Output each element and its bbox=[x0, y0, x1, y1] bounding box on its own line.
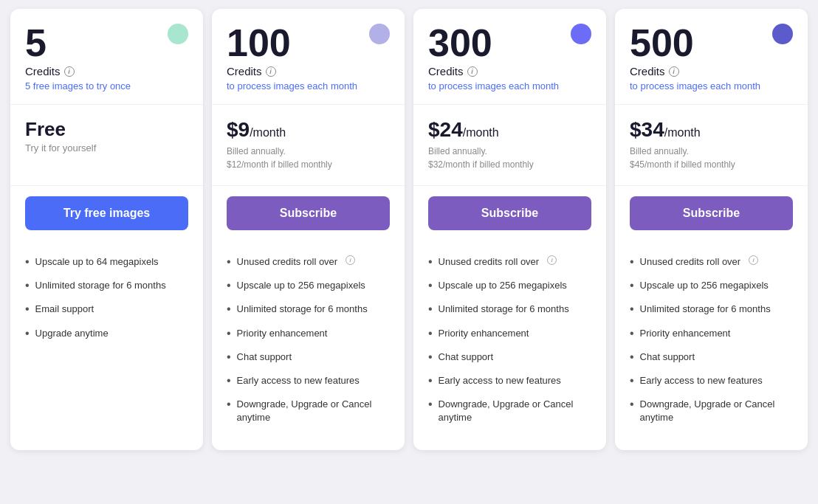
plan-pricing-500: $34/monthBilled annually.$45/month if bi… bbox=[615, 105, 808, 186]
list-item: Downgrade, Upgrade or Cancel anytime bbox=[630, 398, 793, 424]
plan-dot-free bbox=[168, 24, 188, 44]
plan-billing-500: Billed annually.$45/month if billed mont… bbox=[630, 145, 793, 171]
plans-container: 5Creditsi5 free images to try onceFreeTr… bbox=[6, 9, 812, 450]
plan-credit-count-100: 100 bbox=[227, 24, 390, 62]
plan-credits-text-500: Credits bbox=[630, 65, 665, 77]
plan-feature-list-300: Unused credits roll overiUpscale up to 2… bbox=[428, 255, 591, 425]
list-item: Unlimited storage for 6 months bbox=[227, 303, 390, 316]
plan-credits-label-100: Creditsi bbox=[227, 65, 390, 77]
list-item: Downgrade, Upgrade or Cancel anytime bbox=[227, 398, 390, 424]
plan-card-100: 100Creditsito process images each month$… bbox=[212, 9, 405, 450]
list-item: Upscale up to 256 megapixels bbox=[227, 279, 390, 292]
plan-features-100: Unused credits roll overiUpscale up to 2… bbox=[212, 242, 405, 450]
plan-dot-500 bbox=[772, 24, 793, 44]
plan-feature-list-500: Unused credits roll overiUpscale up to 2… bbox=[630, 255, 793, 425]
list-item: Early access to new features bbox=[428, 374, 591, 387]
plan-features-300: Unused credits roll overiUpscale up to 2… bbox=[413, 242, 606, 450]
list-item: Unlimited storage for 6 months bbox=[25, 279, 188, 292]
plan-free-sub-free: Try it for yourself bbox=[25, 142, 188, 153]
plan-cta-button-free[interactable]: Try free images bbox=[25, 196, 188, 230]
plan-dot-300 bbox=[571, 24, 591, 44]
list-item: Unlimited storage for 6 months bbox=[630, 303, 793, 316]
plan-header-free: 5Creditsi5 free images to try once bbox=[10, 9, 203, 105]
plan-credits-label-free: Creditsi bbox=[25, 65, 188, 77]
list-item: Email support bbox=[25, 303, 188, 316]
feature-info-icon: i bbox=[749, 255, 758, 265]
plan-free-label-free: Free bbox=[25, 118, 188, 141]
plan-price-100: $9/month bbox=[227, 118, 390, 142]
plan-cta-button-300[interactable]: Subscribe bbox=[428, 196, 591, 230]
plan-price-300: $24/month bbox=[428, 118, 591, 142]
plan-cta-button-500[interactable]: Subscribe bbox=[630, 196, 793, 230]
plan-billing-100: Billed annually.$12/month if billed mont… bbox=[227, 145, 390, 171]
plan-features-free: Upscale up to 64 megapixelsUnlimited sto… bbox=[10, 242, 203, 450]
plan-pricing-300: $24/monthBilled annually.$32/month if bi… bbox=[413, 105, 606, 186]
plan-cta-100: Subscribe bbox=[212, 186, 405, 242]
list-item: Early access to new features bbox=[630, 374, 793, 387]
plan-header-100: 100Creditsito process images each month bbox=[212, 9, 405, 105]
plan-cta-button-100[interactable]: Subscribe bbox=[227, 196, 390, 230]
list-item: Unused credits roll overi bbox=[630, 255, 793, 269]
plan-credits-label-300: Creditsi bbox=[428, 65, 591, 77]
list-item: Unlimited storage for 6 months bbox=[428, 303, 591, 316]
plan-credits-text-free: Credits bbox=[25, 65, 61, 77]
list-item: Unused credits roll overi bbox=[428, 255, 591, 269]
plan-feature-list-free: Upscale up to 64 megapixelsUnlimited sto… bbox=[25, 255, 188, 340]
plan-tagline-free: 5 free images to try once bbox=[25, 80, 188, 92]
list-item: Upgrade anytime bbox=[25, 327, 188, 340]
plan-billing-300: Billed annually.$32/month if billed mont… bbox=[428, 145, 591, 171]
list-item: Early access to new features bbox=[227, 374, 390, 387]
plan-credits-info-icon-free: i bbox=[64, 66, 75, 77]
list-item: Priority enhancement bbox=[428, 327, 591, 340]
plan-card-free: 5Creditsi5 free images to try onceFreeTr… bbox=[10, 9, 203, 450]
plan-credit-count-free: 5 bbox=[25, 24, 188, 62]
list-item: Priority enhancement bbox=[227, 327, 390, 340]
plan-card-500: 500Creditsito process images each month$… bbox=[615, 9, 808, 450]
plan-credits-text-100: Credits bbox=[227, 65, 262, 77]
plan-header-300: 300Creditsito process images each month bbox=[413, 9, 606, 105]
list-item: Downgrade, Upgrade or Cancel anytime bbox=[428, 398, 591, 424]
plan-card-300: 300Creditsito process images each month$… bbox=[413, 9, 606, 450]
list-item: Upscale up to 64 megapixels bbox=[25, 255, 188, 269]
plan-tagline-500: to process images each month bbox=[630, 80, 793, 92]
list-item: Chat support bbox=[630, 351, 793, 364]
plan-credit-count-500: 500 bbox=[630, 24, 793, 62]
plan-pricing-free: FreeTry it for yourself bbox=[10, 105, 203, 186]
feature-info-icon: i bbox=[346, 255, 355, 265]
feature-info-icon: i bbox=[547, 255, 557, 265]
list-item: Priority enhancement bbox=[630, 327, 793, 340]
list-item: Chat support bbox=[428, 351, 591, 364]
list-item: Unused credits roll overi bbox=[227, 255, 390, 269]
plan-credits-info-icon-300: i bbox=[467, 66, 478, 77]
plan-credits-info-icon-100: i bbox=[266, 66, 276, 77]
plan-price-500: $34/month bbox=[630, 118, 793, 142]
plan-feature-list-100: Unused credits roll overiUpscale up to 2… bbox=[227, 255, 390, 425]
plan-credit-count-300: 300 bbox=[428, 24, 591, 62]
plan-credits-info-icon-500: i bbox=[669, 66, 679, 77]
plan-credits-text-300: Credits bbox=[428, 65, 464, 77]
plan-pricing-100: $9/monthBilled annually.$12/month if bil… bbox=[212, 105, 405, 186]
plan-tagline-300: to process images each month bbox=[428, 80, 591, 92]
list-item: Upscale up to 256 megapixels bbox=[428, 279, 591, 292]
plan-header-500: 500Creditsito process images each month bbox=[615, 9, 808, 105]
plan-cta-500: Subscribe bbox=[615, 186, 808, 242]
list-item: Chat support bbox=[227, 351, 390, 364]
plan-credits-label-500: Creditsi bbox=[630, 65, 793, 77]
plan-cta-300: Subscribe bbox=[413, 186, 606, 242]
list-item: Upscale up to 256 megapixels bbox=[630, 279, 793, 292]
plan-dot-100 bbox=[369, 24, 390, 44]
plan-features-500: Unused credits roll overiUpscale up to 2… bbox=[615, 242, 808, 450]
plan-cta-free: Try free images bbox=[10, 186, 203, 242]
plan-tagline-100: to process images each month bbox=[227, 80, 390, 92]
